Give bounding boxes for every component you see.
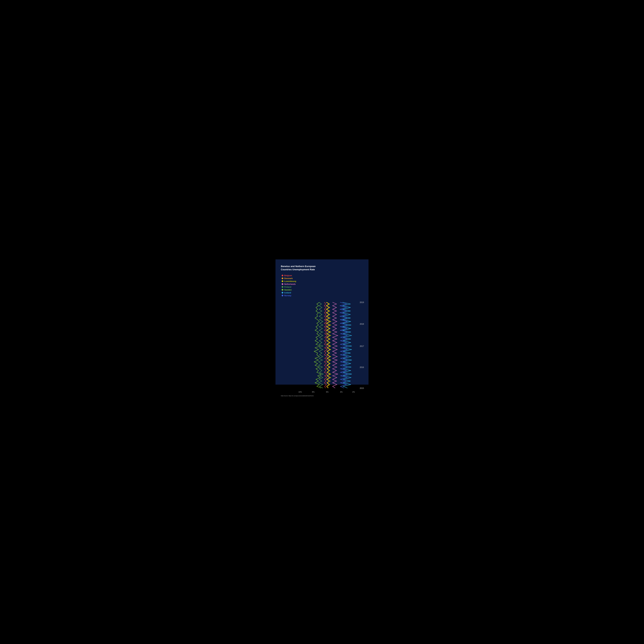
svg-text:2017: 2017 [360, 345, 364, 347]
legend-item-denmark: Denmark [282, 277, 365, 279]
svg-text:10%: 10% [298, 391, 302, 393]
svg-text:2019: 2019 [360, 301, 364, 304]
poster: Benelux and Nothern European Countries U… [275, 259, 369, 385]
legend-icon-sweden [281, 289, 283, 291]
legend-item-norway: Norway [282, 294, 365, 297]
legend-label-luxembourg: Luxembourg [284, 280, 296, 282]
legend-label-belgium: Belgium [284, 274, 292, 277]
legend-icon-norway [281, 295, 283, 297]
legend-item-iceland: Iceland [282, 292, 365, 294]
svg-text:2015: 2015 [360, 387, 364, 389]
legend-icon-finland [281, 286, 283, 288]
svg-text:4%: 4% [340, 391, 343, 393]
legend-label-sweden: Sweden [284, 289, 292, 291]
legend-item-sweden: Sweden [282, 289, 365, 291]
chart-title: Benelux and Nothern European Countries U… [281, 265, 365, 271]
legend-label-netherlands: Netherlands [284, 283, 296, 285]
svg-text:6%: 6% [326, 391, 328, 393]
legend-item-belgium: Belgium [282, 274, 365, 277]
data-source-text: Data Source: https://ec.europa.eu/eurost… [281, 395, 365, 396]
svg-text:2%: 2% [352, 391, 355, 393]
svg-text:2016: 2016 [360, 366, 364, 368]
legend-icon-luxembourg [281, 280, 283, 282]
chart-area: 2019 2018 2017 2016 2015 10% 8% 6% 4% 2% [281, 298, 365, 394]
legend-label-finland: Finland [284, 286, 291, 288]
legend-icon-belgium [281, 275, 283, 277]
legend-item-netherlands: Netherlands [282, 283, 365, 285]
legend-label-norway: Norway [284, 294, 291, 297]
svg-text:8%: 8% [312, 391, 314, 393]
legend-icon-netherlands [281, 283, 283, 285]
chart-svg: 2019 2018 2017 2016 2015 10% 8% 6% 4% 2% [281, 298, 365, 394]
legend: BelgiumDenmarkLuxembourgNetherlandsFinla… [281, 274, 365, 297]
legend-label-iceland: Iceland [284, 292, 291, 294]
svg-text:2018: 2018 [360, 323, 364, 325]
legend-icon-iceland [281, 292, 283, 294]
legend-icon-denmark [281, 277, 283, 279]
legend-item-luxembourg: Luxembourg [282, 280, 365, 282]
legend-item-finland: Finland [282, 286, 365, 288]
legend-label-denmark: Denmark [284, 277, 293, 279]
